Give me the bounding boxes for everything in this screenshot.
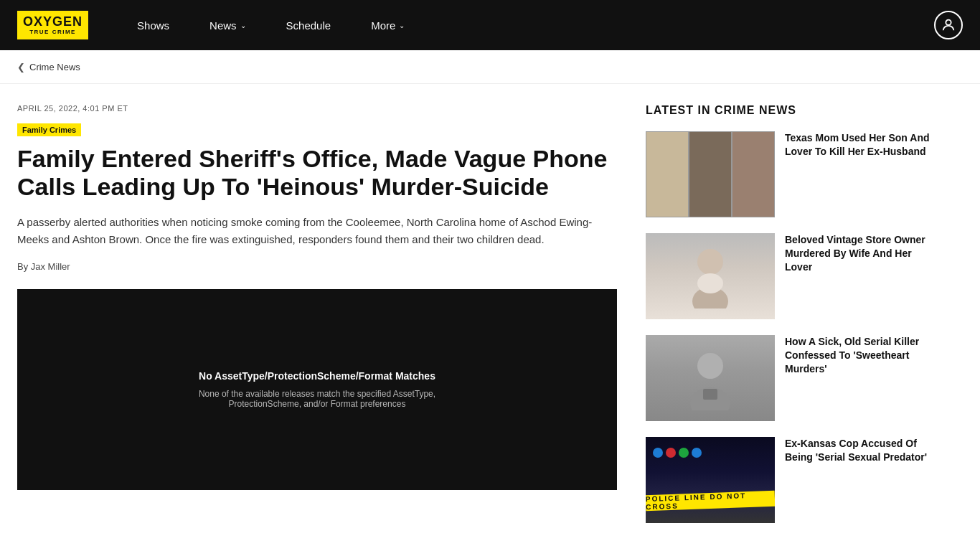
sidebar-thumb-3: POLICE LINE DO NOT CROSS — [646, 437, 775, 523]
svg-point-0 — [946, 20, 951, 25]
nav-shows[interactable]: Shows — [117, 0, 189, 50]
logo-sub: TRUE CRIME — [29, 29, 76, 36]
face-3 — [732, 131, 775, 217]
sidebar-thumb-1 — [646, 233, 775, 319]
article-author: By Jax Miller — [17, 261, 617, 272]
article-title: Family Entered Sheriff's Office, Made Va… — [17, 145, 617, 201]
breadcrumb-label: Crime News — [29, 62, 80, 72]
sidebar-item-3[interactable]: POLICE LINE DO NOT CROSS Ex-Kansas Cop A… — [646, 437, 930, 523]
sidebar-item-text-0: Texas Mom Used Her Son And Lover To Kill… — [785, 131, 930, 159]
main-nav: OXYGEN TRUE CRIME Shows News ⌄ Schedule … — [0, 0, 980, 50]
article-area: APRIL 25, 2022, 4:01 PM ET Family Crimes… — [0, 84, 646, 551]
video-error-text: None of the available releases match the… — [166, 389, 468, 409]
nav-schedule[interactable]: Schedule — [266, 0, 352, 50]
category-badge[interactable]: Family Crimes — [17, 123, 81, 136]
nav-more[interactable]: More ⌄ — [351, 0, 425, 50]
video-player: No AssetType/ProtectionScheme/Format Mat… — [17, 289, 617, 490]
logo-oxygen: OXYGEN — [23, 15, 83, 29]
light-green — [679, 448, 689, 458]
svg-rect-6 — [703, 389, 717, 400]
sidebar-title: LATEST IN CRIME NEWS — [646, 104, 930, 117]
sidebar-item-text-1: Beloved Vintage Store Owner Murdered By … — [785, 233, 930, 274]
svg-point-4 — [697, 353, 723, 379]
nav-more-chevron: ⌄ — [399, 22, 405, 29]
logo[interactable]: OXYGEN TRUE CRIME — [17, 11, 88, 40]
nav-links: Shows News ⌄ Schedule More ⌄ — [117, 0, 934, 50]
sidebar-item-2[interactable]: How A Sick, Old Serial Killer Confessed … — [646, 335, 930, 421]
video-error-title: No AssetType/ProtectionScheme/Format Mat… — [199, 370, 435, 382]
user-icon[interactable] — [934, 11, 963, 39]
police-lights — [653, 448, 768, 458]
sidebar-thumb-0 — [646, 131, 775, 217]
nav-news[interactable]: News ⌄ — [189, 0, 266, 50]
sidebar: LATEST IN CRIME NEWS Texas Mom Used Her … — [646, 84, 947, 551]
nav-news-chevron: ⌄ — [240, 22, 246, 29]
sidebar-item-text-3: Ex-Kansas Cop Accused Of Being 'Serial S… — [785, 437, 930, 464]
light-blue-2 — [692, 448, 702, 458]
breadcrumb-bar: ❮ Crime News — [0, 50, 980, 84]
face-1 — [646, 131, 689, 217]
sidebar-thumb-2 — [646, 335, 775, 421]
sidebar-item-0[interactable]: Texas Mom Used Her Son And Lover To Kill… — [646, 131, 930, 217]
article-summary: A passerby alerted authorities when noti… — [17, 214, 617, 248]
sidebar-item-text-2: How A Sick, Old Serial Killer Confessed … — [785, 335, 930, 376]
light-blue — [653, 448, 663, 458]
breadcrumb-chevron-icon: ❮ — [17, 62, 25, 72]
police-tape: POLICE LINE DO NOT CROSS — [646, 491, 775, 511]
breadcrumb-link[interactable]: ❮ Crime News — [17, 62, 80, 72]
light-red — [666, 448, 676, 458]
face-2 — [689, 131, 732, 217]
sidebar-item-1[interactable]: Beloved Vintage Store Owner Murdered By … — [646, 233, 930, 319]
svg-point-1 — [697, 249, 723, 275]
main-container: APRIL 25, 2022, 4:01 PM ET Family Crimes… — [0, 84, 980, 551]
article-date: APRIL 25, 2022, 4:01 PM ET — [17, 104, 617, 113]
svg-point-3 — [697, 273, 723, 293]
